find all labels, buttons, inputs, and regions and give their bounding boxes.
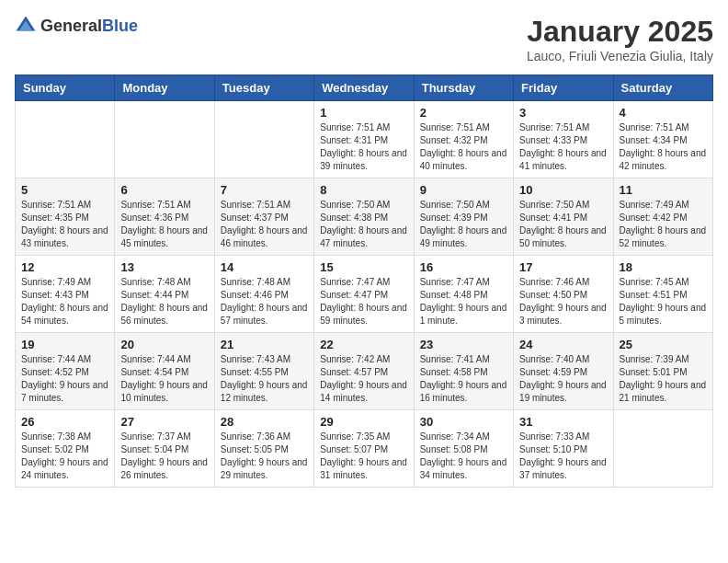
day-number: 22 [320,338,407,351]
day-cell: 29Sunrise: 7:35 AM Sunset: 5:07 PM Dayli… [314,410,414,488]
day-info: Sunrise: 7:44 AM Sunset: 4:52 PM Dayligh… [21,353,108,405]
day-cell: 9Sunrise: 7:50 AM Sunset: 4:39 PM Daylig… [414,178,513,256]
day-number: 12 [21,260,108,274]
weekday-sunday: Sunday [16,75,115,101]
day-number: 8 [320,183,407,197]
day-info: Sunrise: 7:33 AM Sunset: 5:10 PM Dayligh… [519,431,607,482]
calendar-table: SundayMondayTuesdayWednesdayThursdayFrid… [15,75,713,488]
day-number: 25 [620,338,707,351]
day-number: 11 [620,183,707,197]
day-cell: 22Sunrise: 7:42 AM Sunset: 4:57 PM Dayli… [314,333,414,410]
day-info: Sunrise: 7:39 AM Sunset: 5:01 PM Dayligh… [620,353,707,405]
day-info: Sunrise: 7:42 AM Sunset: 4:57 PM Dayligh… [320,353,407,405]
day-cell [115,101,214,178]
day-info: Sunrise: 7:44 AM Sunset: 4:54 PM Dayligh… [120,353,208,405]
day-number: 20 [120,338,208,351]
day-number: 15 [320,260,407,274]
day-cell: 16Sunrise: 7:47 AM Sunset: 4:48 PM Dayli… [414,256,513,333]
day-cell: 26Sunrise: 7:38 AM Sunset: 5:02 PM Dayli… [16,410,115,488]
day-cell: 25Sunrise: 7:39 AM Sunset: 5:01 PM Dayli… [613,333,712,410]
day-cell: 8Sunrise: 7:50 AM Sunset: 4:38 PM Daylig… [314,178,414,256]
day-info: Sunrise: 7:37 AM Sunset: 5:04 PM Dayligh… [120,431,208,482]
logo-blue: Blue [102,17,138,35]
day-info: Sunrise: 7:43 AM Sunset: 4:55 PM Dayligh… [221,353,308,405]
day-cell: 14Sunrise: 7:48 AM Sunset: 4:46 PM Dayli… [214,256,313,333]
day-info: Sunrise: 7:34 AM Sunset: 5:08 PM Dayligh… [420,431,507,482]
day-info: Sunrise: 7:51 AM Sunset: 4:37 PM Dayligh… [221,199,308,250]
day-cell: 18Sunrise: 7:45 AM Sunset: 4:51 PM Dayli… [613,256,712,333]
day-number: 7 [221,183,308,197]
day-cell: 27Sunrise: 7:37 AM Sunset: 5:04 PM Dayli… [115,410,214,488]
day-cell: 23Sunrise: 7:41 AM Sunset: 4:58 PM Dayli… [414,333,513,410]
weekday-saturday: Saturday [613,75,712,101]
day-info: Sunrise: 7:48 AM Sunset: 4:44 PM Dayligh… [120,276,208,327]
weekday-tuesday: Tuesday [214,75,313,101]
day-number: 29 [320,415,407,429]
day-cell [16,101,115,178]
day-info: Sunrise: 7:47 AM Sunset: 4:48 PM Dayligh… [420,276,507,327]
day-cell: 4Sunrise: 7:51 AM Sunset: 4:34 PM Daylig… [613,101,712,178]
day-number: 28 [221,415,308,429]
day-number: 18 [620,260,707,274]
title-block: January 2025 Lauco, Friuli Venezia Giuli… [527,15,713,63]
day-info: Sunrise: 7:51 AM Sunset: 4:36 PM Dayligh… [120,199,208,250]
day-number: 23 [420,338,507,351]
day-number: 13 [120,260,208,274]
logo-general: General [40,17,102,35]
page-header: GeneralBlue January 2025 Lauco, Friuli V… [15,15,713,63]
day-number: 10 [519,183,607,197]
day-number: 19 [21,338,108,351]
day-number: 2 [420,106,507,120]
day-info: Sunrise: 7:40 AM Sunset: 4:59 PM Dayligh… [519,353,607,405]
day-cell [214,101,313,178]
day-number: 3 [519,106,607,120]
logo-text: GeneralBlue [40,17,138,36]
day-info: Sunrise: 7:47 AM Sunset: 4:47 PM Dayligh… [320,276,407,327]
day-info: Sunrise: 7:41 AM Sunset: 4:58 PM Dayligh… [420,353,507,405]
weekday-wednesday: Wednesday [314,75,414,101]
day-info: Sunrise: 7:51 AM Sunset: 4:31 PM Dayligh… [320,121,407,173]
week-row-3: 12Sunrise: 7:49 AM Sunset: 4:43 PM Dayli… [16,256,713,333]
day-cell: 12Sunrise: 7:49 AM Sunset: 4:43 PM Dayli… [16,256,115,333]
day-info: Sunrise: 7:38 AM Sunset: 5:02 PM Dayligh… [21,431,108,482]
day-info: Sunrise: 7:36 AM Sunset: 5:05 PM Dayligh… [221,431,308,482]
day-cell: 31Sunrise: 7:33 AM Sunset: 5:10 PM Dayli… [514,410,613,488]
day-info: Sunrise: 7:45 AM Sunset: 4:51 PM Dayligh… [620,276,707,327]
day-cell: 13Sunrise: 7:48 AM Sunset: 4:44 PM Dayli… [115,256,214,333]
day-info: Sunrise: 7:51 AM Sunset: 4:34 PM Dayligh… [620,121,707,173]
day-info: Sunrise: 7:51 AM Sunset: 4:33 PM Dayligh… [519,121,607,173]
day-info: Sunrise: 7:51 AM Sunset: 4:32 PM Dayligh… [420,121,507,173]
day-cell: 19Sunrise: 7:44 AM Sunset: 4:52 PM Dayli… [16,333,115,410]
day-number: 30 [420,415,507,429]
day-number: 4 [620,106,707,120]
weekday-monday: Monday [115,75,214,101]
week-row-1: 1Sunrise: 7:51 AM Sunset: 4:31 PM Daylig… [16,101,713,178]
day-info: Sunrise: 7:46 AM Sunset: 4:50 PM Dayligh… [519,276,607,327]
day-cell [613,410,712,488]
day-cell: 15Sunrise: 7:47 AM Sunset: 4:47 PM Dayli… [314,256,414,333]
day-cell: 10Sunrise: 7:50 AM Sunset: 4:41 PM Dayli… [514,178,613,256]
weekday-header-row: SundayMondayTuesdayWednesdayThursdayFrid… [16,75,713,101]
day-number: 27 [120,415,208,429]
day-number: 17 [519,260,607,274]
day-cell: 20Sunrise: 7:44 AM Sunset: 4:54 PM Dayli… [115,333,214,410]
day-cell: 1Sunrise: 7:51 AM Sunset: 4:31 PM Daylig… [314,101,414,178]
day-info: Sunrise: 7:50 AM Sunset: 4:41 PM Dayligh… [519,199,607,250]
day-info: Sunrise: 7:35 AM Sunset: 5:07 PM Dayligh… [320,431,407,482]
day-info: Sunrise: 7:50 AM Sunset: 4:38 PM Dayligh… [320,199,407,250]
day-number: 14 [221,260,308,274]
day-cell: 6Sunrise: 7:51 AM Sunset: 4:36 PM Daylig… [115,178,214,256]
day-number: 5 [21,183,108,197]
day-cell: 5Sunrise: 7:51 AM Sunset: 4:35 PM Daylig… [16,178,115,256]
calendar-title: January 2025 [527,15,713,49]
week-row-4: 19Sunrise: 7:44 AM Sunset: 4:52 PM Dayli… [16,333,713,410]
logo-icon [15,15,37,37]
day-number: 26 [21,415,108,429]
day-cell: 21Sunrise: 7:43 AM Sunset: 4:55 PM Dayli… [214,333,313,410]
day-number: 16 [420,260,507,274]
week-row-2: 5Sunrise: 7:51 AM Sunset: 4:35 PM Daylig… [16,178,713,256]
day-number: 21 [221,338,308,351]
calendar-subtitle: Lauco, Friuli Venezia Giulia, Italy [527,49,713,63]
day-number: 6 [120,183,208,197]
day-cell: 24Sunrise: 7:40 AM Sunset: 4:59 PM Dayli… [514,333,613,410]
